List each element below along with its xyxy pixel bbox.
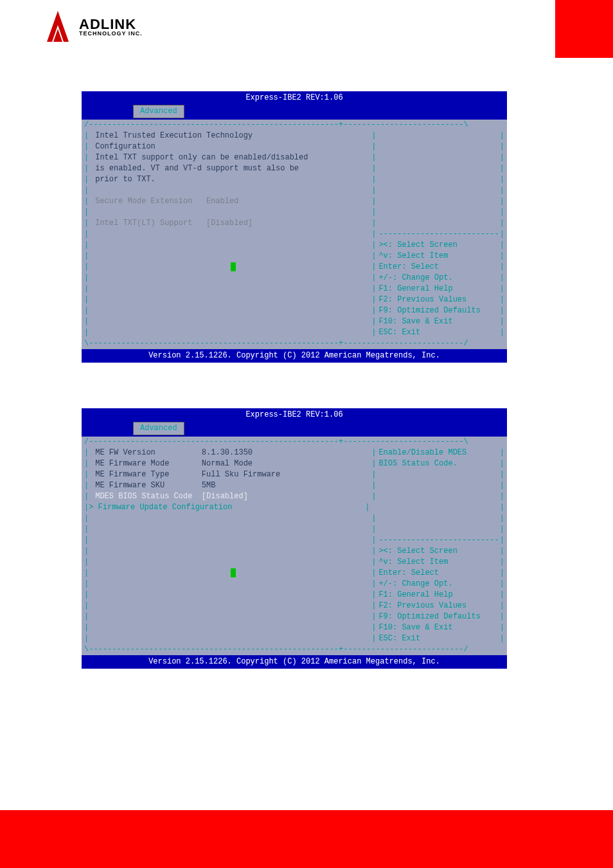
help: F9: Optimized Defaults [376,611,499,622]
bios-screenshot-me: Express-IBE2 REV:1.06 Advanced /--------… [82,408,507,669]
row: Intel TXT support only can be enabled/di… [89,152,371,163]
bios-screenshot-txt: Express-IBE2 REV:1.06 Advanced /--------… [82,91,507,363]
bios-tab-row: Advanced [82,105,507,120]
help: F2: Previous Values [376,601,499,611]
help: ESC: Exit [376,633,499,644]
bios-title: Express-IBE2 REV:1.06 [82,408,507,422]
help: Enter: Select [376,262,499,273]
help: F10: Save & Exit [376,622,499,633]
row-fw-update: > Firmware Update Configuration [82,502,365,513]
border-bottom: \---------------------------------------… [84,644,504,655]
row: is enabled. VT and VT-d support must als… [89,163,371,174]
help: F10: Save & Exit [376,316,499,327]
help: F1: General Help [376,284,499,294]
adlink-logo-icon [42,10,74,45]
row: Configuration [89,141,371,152]
help: F1: General Help [376,590,499,601]
help: F9: Optimized Defaults [376,305,499,316]
bios-footer: Version 2.15.1226. Copyright (C) 2012 Am… [82,655,507,669]
help: ><: Select Screen [376,546,499,557]
row: prior to TXT. [89,174,371,185]
help: Enter: Select [376,568,499,579]
logo-sub-text: TECHNOLOGY INC. [79,30,143,37]
border-top: /---------------------------------------… [84,437,504,448]
help: +/-: Change Opt. [376,579,499,590]
bios-tab-row: Advanced [82,422,507,437]
logo-main-text: ADLINK [79,18,143,31]
row-me-mode: ME Firmware Mode Normal Mode [89,458,371,469]
desc: BIOS Status Code. [376,458,499,469]
header-red-box [555,0,613,58]
tab-advanced: Advanced [133,105,184,118]
help: ^v: Select Item [376,557,499,568]
cursor-icon [231,262,236,271]
desc: Enable/Disable MDES [376,448,499,458]
border-bottom: \---------------------------------------… [84,338,504,349]
help: +/-: Change Opt. [376,273,499,284]
help: ESC: Exit [376,327,499,338]
row [89,207,371,218]
help: F2: Previous Values [376,294,499,305]
help: ^v: Select Item [376,251,499,262]
row-me-sku: ME Firmware SKU 5MB [89,480,371,491]
help: ><: Select Screen [376,240,499,251]
adlink-logo: ADLINK TECHNOLOGY INC. [42,10,143,45]
cursor-icon [231,568,236,577]
row-me-fw: ME FW Version 8.1.30.1350 [89,448,371,458]
row [89,185,371,196]
row-mdes: MDES BIOS Status Code [Disabled] [89,491,371,502]
tab-advanced: Advanced [133,422,184,435]
footer-red-bar [0,810,613,868]
row-me-type: ME Firmware Type Full Sku Firmware [89,469,371,480]
bios-title: Express-IBE2 REV:1.06 [82,91,507,105]
bios-footer: Version 2.15.1226. Copyright (C) 2012 Am… [82,349,507,363]
row: Intel Trusted Execution Technology [89,131,371,141]
row-txt: Intel TXT(LT) Support [Disabled] [89,218,371,229]
border-top: /---------------------------------------… [84,120,504,131]
row-sme: Secure Mode Extension Enabled [89,196,371,207]
